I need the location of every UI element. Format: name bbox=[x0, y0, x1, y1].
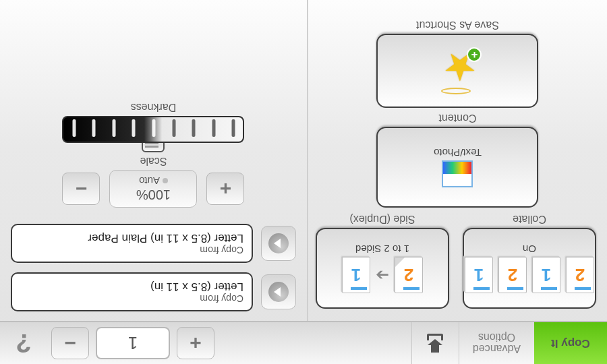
darkness-slider[interactable] bbox=[63, 116, 245, 143]
darkness-track bbox=[63, 116, 245, 143]
duplex-art: 2 ➔ 1 bbox=[342, 257, 423, 293]
collate-art: 2 1 2 1 bbox=[465, 257, 594, 293]
scale-value: 100% bbox=[136, 187, 171, 202]
content-label: Content bbox=[438, 112, 476, 124]
advanced-line1: Advanced bbox=[473, 343, 521, 355]
content-value: Text/Photo bbox=[434, 147, 482, 158]
shortcut-group: ★ + Save As Shortcut bbox=[319, 19, 596, 108]
scale-display[interactable]: 100% Auto bbox=[110, 170, 198, 208]
arrow-right-icon: ➔ bbox=[376, 266, 389, 284]
collate-group: 2 1 2 1 On Collate bbox=[463, 213, 596, 309]
content-tile[interactable]: Text/Photo bbox=[377, 127, 539, 208]
copy-it-button[interactable]: Copy It bbox=[534, 322, 607, 364]
scale-mode: Auto bbox=[139, 175, 160, 187]
toolbar-spacer bbox=[219, 322, 411, 364]
copy-count-group: + 1 − bbox=[47, 322, 219, 364]
duplex-value: 1 to 2 Sided bbox=[355, 243, 409, 255]
row-collate-duplex: 2 1 2 1 On Collate 2 ➔ 1 1 t bbox=[319, 209, 596, 309]
advanced-line2: Options bbox=[473, 332, 521, 343]
top-toolbar: Copy It Advanced Options + 1 − ? bbox=[0, 321, 607, 364]
save-button[interactable] bbox=[411, 322, 459, 364]
duplex-group: 2 ➔ 1 1 to 2 Sided Side (Duplex) bbox=[316, 213, 449, 309]
copy-from-value: Letter (8.5 x 11 in) bbox=[20, 280, 243, 293]
star-add-icon: ★ + bbox=[431, 47, 485, 94]
save-to-tray-icon bbox=[426, 334, 445, 353]
qty-field[interactable]: 1 bbox=[96, 327, 170, 359]
copy-to-row: Copy from Letter (8.5 x 11 in) Plain Pap… bbox=[11, 224, 296, 263]
options-column: 2 1 2 1 On Collate 2 ➔ 1 1 t bbox=[307, 0, 607, 321]
save-shortcut-tile[interactable]: ★ + bbox=[377, 34, 539, 108]
qty-value: 1 bbox=[128, 333, 138, 354]
scale-label: Scale bbox=[140, 155, 167, 167]
scale-group: + 100% Auto − Scale bbox=[63, 155, 245, 208]
duplex-label: Side (Duplex) bbox=[350, 213, 415, 225]
copy-from-box[interactable]: Copy from Letter (8.5 x 11 in) bbox=[11, 272, 253, 311]
copy-to-box[interactable]: Copy from Letter (8.5 x 11 in) Plain Pap… bbox=[11, 224, 253, 263]
duplex-tile[interactable]: 2 ➔ 1 1 to 2 Sided bbox=[316, 228, 449, 309]
scale-plus-button[interactable]: + bbox=[207, 173, 245, 205]
copy-from-row: Copy from Letter (8.5 x 11 in) bbox=[11, 272, 296, 311]
qty-minus-button[interactable]: − bbox=[51, 327, 89, 359]
collate-label: Collate bbox=[513, 213, 546, 225]
darkness-label: Darkness bbox=[131, 101, 177, 113]
copy-from-label: Copy from bbox=[20, 293, 243, 304]
main-area: 2 1 2 1 On Collate 2 ➔ 1 1 t bbox=[0, 0, 607, 321]
dot-icon bbox=[163, 179, 168, 184]
help-icon: ? bbox=[16, 329, 31, 358]
qty-plus-button[interactable]: + bbox=[177, 327, 214, 359]
shortcut-label: Save As Shortcut bbox=[416, 19, 499, 31]
content-thumb-icon bbox=[442, 160, 473, 187]
copy-to-go-button[interactable] bbox=[261, 226, 296, 261]
darkness-group: Darkness bbox=[63, 101, 245, 143]
content-group: Text/Photo Content bbox=[319, 112, 596, 208]
scale-minus-button[interactable]: − bbox=[63, 173, 100, 205]
copy-from-go-button[interactable] bbox=[261, 274, 296, 309]
copy-to-label: Copy from bbox=[20, 245, 243, 255]
help-button[interactable]: ? bbox=[0, 322, 47, 364]
settings-column: Copy from Letter (8.5 x 11 in) Copy from… bbox=[0, 0, 307, 321]
collate-value: On bbox=[523, 243, 536, 255]
collate-tile[interactable]: 2 1 2 1 On bbox=[463, 228, 596, 309]
copy-it-label: Copy It bbox=[551, 336, 590, 350]
copy-to-value: Letter (8.5 x 11 in) Plain Paper bbox=[20, 231, 243, 245]
advanced-options-button[interactable]: Advanced Options bbox=[459, 322, 534, 364]
